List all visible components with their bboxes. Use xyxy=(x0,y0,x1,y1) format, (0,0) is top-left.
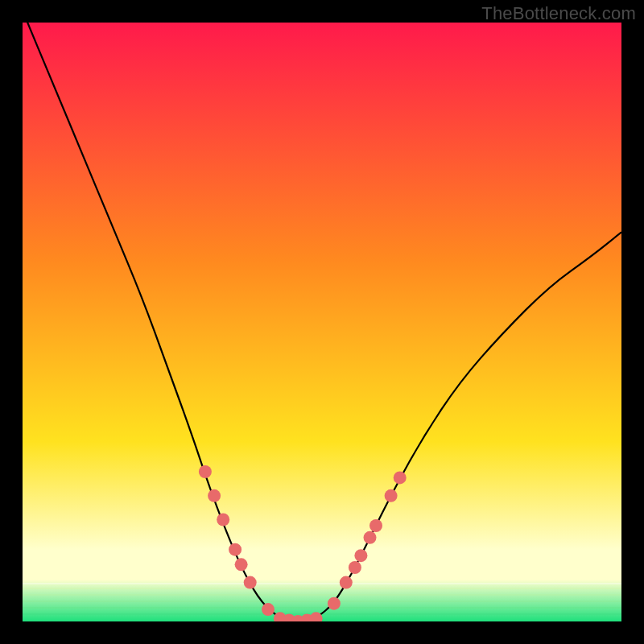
data-marker xyxy=(385,489,398,502)
data-marker xyxy=(394,471,407,484)
data-marker xyxy=(235,558,248,571)
svg-rect-5 xyxy=(23,607,621,609)
svg-rect-1 xyxy=(23,583,621,584)
data-marker xyxy=(244,576,257,589)
data-marker xyxy=(328,597,341,610)
data-marker xyxy=(364,531,377,544)
data-marker xyxy=(208,489,221,502)
chart-frame: TheBottleneck.com xyxy=(0,0,644,644)
data-marker xyxy=(217,514,229,526)
data-marker xyxy=(354,549,367,562)
watermark-text: TheBottleneck.com xyxy=(481,3,636,24)
data-marker xyxy=(349,561,361,574)
data-marker xyxy=(369,519,382,532)
data-marker xyxy=(229,543,242,556)
data-marker xyxy=(262,603,275,616)
svg-rect-3 xyxy=(23,594,621,596)
svg-rect-4 xyxy=(23,601,621,602)
svg-rect-2 xyxy=(23,588,621,589)
bottleneck-chart xyxy=(23,23,621,621)
gradient-background xyxy=(23,23,621,621)
data-marker xyxy=(340,576,353,589)
data-marker xyxy=(199,465,212,478)
